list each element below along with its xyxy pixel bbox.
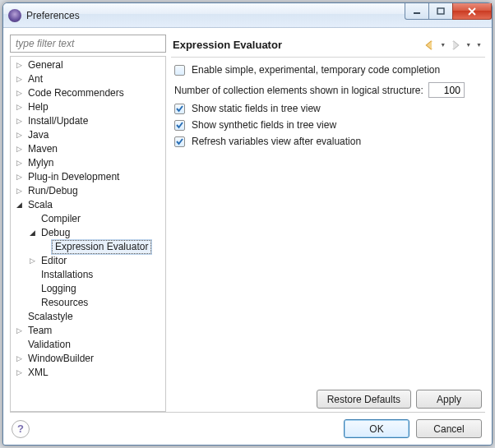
tree-item-expression-evaluator[interactable]: Expression Evaluator [40,240,165,254]
tree-item-mylyn[interactable]: ▷Mylyn [14,156,165,170]
nav-back-button[interactable] [423,39,437,52]
filter-input[interactable] [10,35,166,53]
tree-item-maven[interactable]: ▷Maven [14,142,165,156]
chevron-right-icon: ▷ [14,145,24,155]
tree-item-windowbuilder[interactable]: ▷WindowBuilder [14,352,165,366]
refresh-vars-label: Refresh variables view after evaluation [192,136,361,147]
tree-item-editor[interactable]: ▷Editor [27,254,165,268]
tree-item-ant[interactable]: ▷Ant [14,72,165,86]
tree-item-resources[interactable]: Resources [27,296,165,310]
tree-item-general[interactable]: ▷General [14,58,165,72]
enable-completion-row: Enable simple, experimental, temporary c… [174,64,482,76]
cancel-button[interactable]: Cancel [416,419,482,438]
page-buttons: Restore Defaults Apply [174,385,482,409]
maximize-button[interactable] [428,3,453,20]
maximize-icon [437,7,445,16]
chevron-right-icon: ▷ [14,159,24,169]
page-header: Expression Evaluator ▼ ▼ ▼ [171,33,485,58]
enable-completion-label: Enable simple, experimental, temporary c… [192,64,440,76]
pref-tree[interactable]: ▷General ▷Ant ▷Code Recommenders ▷Help ▷… [10,56,166,412]
help-button[interactable]: ? [12,420,30,438]
app-icon [8,9,21,22]
dialog-buttons: OK Cancel [344,419,482,438]
tree-item-code-recommenders[interactable]: ▷Code Recommenders [14,86,165,100]
chevron-right-icon: ▷ [14,75,24,85]
arrow-right-icon [450,40,461,50]
spacer-icon [14,340,24,350]
right-panel: Expression Evaluator ▼ ▼ ▼ [171,33,485,412]
client-area: ▷General ▷Ant ▷Code Recommenders ▷Help ▷… [3,28,492,445]
chevron-right-icon: ▷ [14,326,24,336]
refresh-vars-checkbox[interactable] [174,136,185,147]
tree-item-team[interactable]: ▷Team [14,324,165,338]
chevron-right-icon: ▷ [14,354,24,364]
chevron-right-icon: ▷ [14,117,24,127]
tree-item-xml[interactable]: ▷XML [14,366,165,380]
bottom-bar: ? OK Cancel [10,412,485,438]
spacer-icon [27,298,37,308]
nav-back-menu[interactable]: ▼ [438,42,447,48]
chevron-down-icon: ◢ [27,229,37,238]
page-body: Enable simple, experimental, temporary c… [171,58,485,412]
num-elements-label: Number of collection elements shown in l… [174,85,423,96]
help-icon: ? [17,423,24,435]
show-synthetic-checkbox[interactable] [174,120,185,131]
minimize-icon [413,7,421,16]
tree-item-logging[interactable]: Logging [27,282,165,296]
tree-item-help[interactable]: ▷Help [14,100,165,114]
tree-item-debug[interactable]: ◢Debug [27,226,165,240]
nav-icons: ▼ ▼ ▼ [423,39,483,52]
tree-item-run-debug[interactable]: ▷Run/Debug [14,184,165,198]
view-menu[interactable]: ▼ [474,42,483,48]
window-title: Preferences [26,10,80,21]
nav-forward-menu[interactable]: ▼ [464,42,473,48]
tree-item-plugin-dev[interactable]: ▷Plug-in Development [14,170,165,184]
ok-button[interactable]: OK [344,419,409,438]
chevron-right-icon: ▷ [14,187,24,196]
spacer-icon [27,270,37,280]
chevron-right-icon: ▷ [14,103,24,113]
enable-completion-checkbox[interactable] [174,65,185,76]
show-static-row: Show static fields in tree view [174,103,482,114]
preferences-window: Preferences ▷General ▷Ant [2,2,493,446]
num-elements-row: Number of collection elements shown in l… [174,82,482,98]
titlebar[interactable]: Preferences [3,3,492,28]
tree-item-install-update[interactable]: ▷Install/Update [14,114,165,128]
spacer-icon [14,312,24,322]
chevron-right-icon: ▷ [14,173,24,182]
restore-defaults-button[interactable]: Restore Defaults [317,390,411,409]
svg-rect-1 [437,8,444,14]
main-split: ▷General ▷Ant ▷Code Recommenders ▷Help ▷… [10,33,485,412]
spacer-icon [40,242,50,252]
chevron-right-icon: ▷ [14,89,24,99]
close-icon [467,7,477,16]
svg-rect-0 [414,12,420,14]
tree-item-validation[interactable]: Validation [14,338,165,352]
tree-item-java[interactable]: ▷Java [14,128,165,142]
show-synthetic-row: Show synthetic fields in tree view [174,119,482,131]
show-static-label: Show static fields in tree view [192,103,321,114]
chevron-right-icon: ▷ [27,256,37,266]
num-elements-input[interactable] [428,82,465,98]
tree-item-installations[interactable]: Installations [27,268,165,282]
chevron-right-icon: ▷ [14,131,24,141]
left-panel: ▷General ▷Ant ▷Code Recommenders ▷Help ▷… [10,33,171,412]
window-controls [405,3,492,20]
minimize-button[interactable] [405,3,429,20]
show-synthetic-label: Show synthetic fields in tree view [192,119,336,131]
chevron-down-icon: ◢ [14,201,24,210]
arrow-left-icon [424,40,436,50]
nav-forward-button[interactable] [449,39,462,52]
tree-item-scalastyle[interactable]: Scalastyle [14,310,165,324]
refresh-vars-row: Refresh variables view after evaluation [174,136,482,147]
tree-item-scala[interactable]: ◢Scala [14,198,165,212]
chevron-right-icon: ▷ [14,368,24,378]
spacer-icon [27,284,37,294]
spacer-icon [27,215,37,224]
close-button[interactable] [452,3,492,20]
chevron-right-icon: ▷ [14,61,24,71]
page-title: Expression Evaluator [173,39,423,51]
show-static-checkbox[interactable] [174,104,185,114]
tree-item-compiler[interactable]: Compiler [27,212,165,226]
apply-button[interactable]: Apply [416,390,482,409]
